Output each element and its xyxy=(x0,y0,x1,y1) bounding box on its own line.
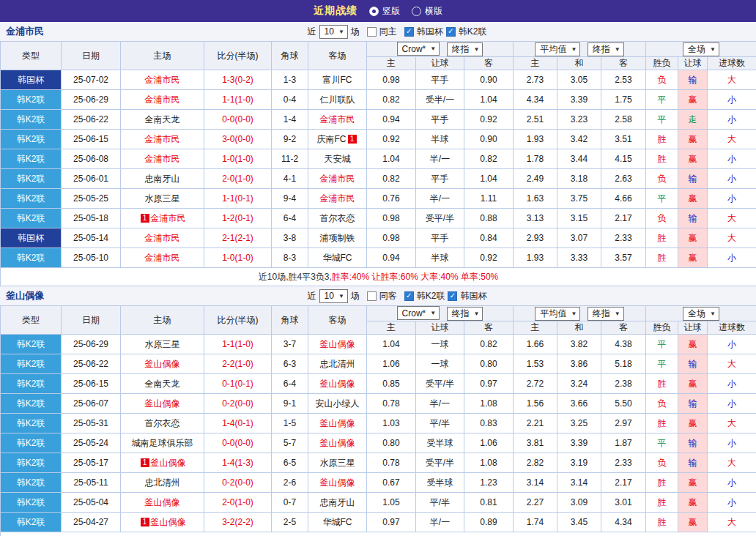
result-handicap: 赢 xyxy=(678,493,708,513)
col-date: 日期 xyxy=(62,306,121,335)
odds-time-select[interactable]: 终指▼ xyxy=(447,42,483,56)
handicap-away-odds: 0.97 xyxy=(464,374,514,394)
handicap-odds-group: Crow*▼ 终指▼ xyxy=(367,306,514,321)
league-badge: 韩K2联 xyxy=(1,149,62,169)
col-result-goals: 进球数 xyxy=(708,57,756,70)
average-time-select[interactable]: 终指▼ xyxy=(588,307,624,321)
odds-source-select[interactable]: Crow*▼ xyxy=(397,306,440,320)
horizontal-layout-label: 横版 xyxy=(425,5,442,18)
col-away: 客场 xyxy=(308,306,367,335)
match-date: 25-05-14 xyxy=(62,228,121,248)
team-name: 金浦市民 xyxy=(145,253,180,263)
handicap-home-odds: 0.85 xyxy=(367,374,416,394)
corner-cell: 11-2 xyxy=(272,149,308,169)
chevron-down-icon: ▼ xyxy=(474,46,480,53)
match-row: 韩K2联25-06-22全南天龙0-0(0-0)1-4金浦市民0.94平手0.9… xyxy=(1,110,756,130)
team-name: 釜山偶像 xyxy=(320,339,355,349)
home-team-cell: 忠北清州 xyxy=(121,473,204,493)
same-away-checkbox[interactable] xyxy=(367,291,377,301)
section-header-gimpo: 金浦市民 近 10▼ 场 同主 ✓ 韩国杯 ✓ 韩K2联 xyxy=(0,22,756,41)
match-row: 韩K2联25-06-15全南天龙0-1(0-1)6-4釜山偶像0.85受平/半0… xyxy=(1,374,756,394)
same-home-checkbox[interactable] xyxy=(367,27,377,37)
horizontal-layout-radio[interactable]: 横版 xyxy=(412,5,442,18)
same-home-label: 同主 xyxy=(379,26,397,38)
away-team-cell: 金浦市民 xyxy=(308,110,367,130)
league-k2-checkbox[interactable]: ✓ xyxy=(404,291,414,301)
same-away-label: 同客 xyxy=(379,290,397,302)
team-name: 釜山偶像 xyxy=(320,438,355,448)
rank-badge: 1 xyxy=(141,518,149,526)
filter-controls: 近 10▼ 场 同客 ✓ 韩K2联 ✓ 韩国杯 xyxy=(308,289,487,303)
match-row: 韩K2联25-06-15金浦市民3-0(0-0)9-2庆南FC10.92半球0.… xyxy=(1,130,756,149)
result-handicap: 输 xyxy=(678,453,708,473)
col-result-wdl: 胜负 xyxy=(646,57,678,70)
team-name: 金浦市民 xyxy=(145,233,180,243)
league-badge: 韩K2联 xyxy=(1,354,62,374)
average-time-select[interactable]: 终指▼ xyxy=(588,42,624,56)
avg-draw-odds: 3.25 xyxy=(557,414,601,433)
recent-count-select[interactable]: 10▼ xyxy=(319,289,348,303)
avg-home-odds: 1.66 xyxy=(514,335,557,354)
near-label: 近 xyxy=(308,26,316,38)
team-name: 水原三星 xyxy=(145,193,180,204)
league-cup-checkbox[interactable]: ✓ xyxy=(404,27,414,37)
result-wdl: 平 xyxy=(646,335,678,354)
result-goals: 大 xyxy=(708,414,756,433)
result-wdl: 胜 xyxy=(646,513,678,532)
handicap-away-odds: 0.88 xyxy=(464,209,514,228)
match-row: 韩K2联25-05-10金浦市民1-0(1-0)8-3华城FC0.94半球0.9… xyxy=(1,248,756,268)
scope-select[interactable]: 全场▼ xyxy=(683,307,719,321)
team-name: 釜山偶像 xyxy=(151,458,186,468)
col-avg-draw: 和 xyxy=(557,57,601,70)
odds-source-select[interactable]: Crow*▼ xyxy=(397,42,440,56)
avg-home-odds: 1.93 xyxy=(514,248,557,268)
corner-cell: 3-8 xyxy=(272,228,308,248)
league-cup-label: 韩国杯 xyxy=(460,290,486,302)
score-cell: 2-1(2-1) xyxy=(204,228,272,248)
avg-home-odds: 1.53 xyxy=(514,354,557,374)
avg-away-odds: 2.58 xyxy=(601,110,646,130)
vertical-layout-radio[interactable]: 竖版 xyxy=(369,5,400,18)
league-cup-checkbox[interactable]: ✓ xyxy=(448,291,457,301)
score-cell: 1-0(1-0) xyxy=(204,248,272,268)
avg-home-odds: 4.34 xyxy=(514,90,557,110)
result-handicap: 赢 xyxy=(678,130,708,149)
corner-cell: 3-7 xyxy=(272,335,308,354)
team-name: 釜山偶像 xyxy=(320,418,355,428)
avg-home-odds: 2.49 xyxy=(514,169,557,189)
handicap-away-odds: 0.83 xyxy=(464,414,514,433)
league-k2-checkbox[interactable]: ✓ xyxy=(446,27,456,37)
match-date: 25-04-27 xyxy=(62,513,121,532)
chevron-down-icon: ▼ xyxy=(430,45,436,52)
handicap-away-odds: 1.04 xyxy=(464,169,514,189)
handicap-line: 受平/半 xyxy=(416,374,464,394)
match-date: 25-05-31 xyxy=(62,414,121,433)
average-select[interactable]: 平均值▼ xyxy=(535,307,580,321)
match-row: 韩K2联25-06-29金浦市民1-1(1-0)0-4仁川联队0.82受半/一1… xyxy=(1,90,756,110)
chevron-down-icon: ▼ xyxy=(571,46,577,53)
result-wdl: 负 xyxy=(646,70,678,90)
result-goals: 小 xyxy=(708,335,756,354)
team-name: 忠南牙山 xyxy=(145,174,180,184)
match-row: 韩国杯25-05-14金浦市民2-1(2-1)3-8浦项制铁0.98平手0.84… xyxy=(1,228,756,248)
average-select[interactable]: 平均值▼ xyxy=(535,42,580,56)
col-avg-home: 主 xyxy=(514,321,557,335)
match-row: 韩国杯25-07-02金浦市民1-3(0-2)1-3富川FC0.98平手0.90… xyxy=(1,70,756,90)
result-goals: 小 xyxy=(708,149,756,169)
home-team-cell: 1金浦市民 xyxy=(121,209,204,228)
home-team-cell: 全南天龙 xyxy=(121,374,204,394)
home-team-cell: 釜山偶像 xyxy=(121,493,204,513)
handicap-away-odds: 0.82 xyxy=(464,149,514,169)
league-cup-label: 韩国杯 xyxy=(417,26,443,38)
league-badge: 韩K2联 xyxy=(1,110,62,130)
scope-select[interactable]: 全场▼ xyxy=(683,42,719,56)
handicap-home-odds: 0.98 xyxy=(367,70,416,90)
result-wdl: 胜 xyxy=(646,414,678,433)
recent-count-select[interactable]: 10▼ xyxy=(319,25,348,39)
col-date: 日期 xyxy=(62,42,121,70)
avg-home-odds: 2.82 xyxy=(514,453,557,473)
avg-draw-odds: 3.66 xyxy=(557,394,601,414)
away-team-cell: 釜山偶像 xyxy=(308,335,367,354)
odds-time-select[interactable]: 终指▼ xyxy=(447,307,483,321)
league-badge: 韩K2联 xyxy=(1,394,62,414)
